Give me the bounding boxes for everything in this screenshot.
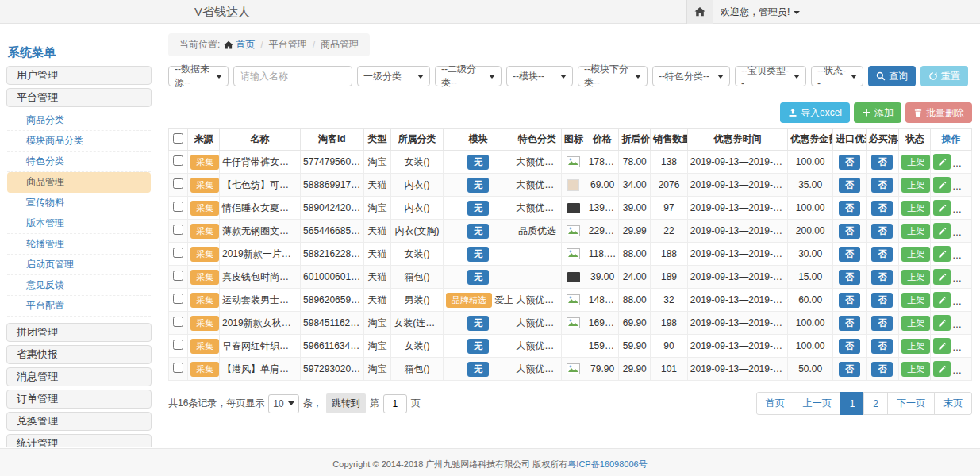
pager-button-下一页[interactable]: 下一页 xyxy=(887,392,935,415)
breadcrumb-home-link[interactable]: 首页 xyxy=(224,38,255,52)
filter-select[interactable]: --状态-- xyxy=(811,66,863,86)
module-badge[interactable]: 无 xyxy=(467,270,489,285)
import-select-toggle[interactable]: 否 xyxy=(839,362,860,377)
filter-select[interactable]: --二级分类-- xyxy=(435,66,502,86)
sidebar-item-轮播管理[interactable]: 轮播管理 xyxy=(7,234,151,255)
pager-button-1[interactable]: 1 xyxy=(840,392,865,415)
sidebar-item-订单管理[interactable]: 订单管理 xyxy=(6,390,152,409)
must-buy-toggle[interactable]: 否 xyxy=(871,362,893,377)
must-buy-toggle[interactable]: 否 xyxy=(871,339,893,354)
user-menu[interactable]: 欢迎您，管理员! xyxy=(721,0,800,24)
filter-select[interactable]: --特色分类-- xyxy=(652,66,730,86)
row-checkbox[interactable] xyxy=(173,340,183,350)
edit-button[interactable] xyxy=(933,246,951,262)
must-buy-toggle[interactable]: 否 xyxy=(871,293,893,308)
sidebar-item-平台配置[interactable]: 平台配置 xyxy=(7,296,151,317)
status-button[interactable]: 上架 xyxy=(901,201,930,216)
filter-select[interactable]: --模块下分类-- xyxy=(578,66,648,86)
module-badge[interactable]: 无 xyxy=(467,362,489,377)
row-checkbox[interactable] xyxy=(173,178,183,189)
must-buy-toggle[interactable]: 否 xyxy=(871,224,893,239)
row-checkbox[interactable] xyxy=(173,317,183,327)
jump-button[interactable]: 跳转到 xyxy=(326,393,366,413)
row-checkbox[interactable] xyxy=(173,202,183,212)
sidebar-item-消息管理[interactable]: 消息管理 xyxy=(6,367,152,386)
filter-select[interactable]: --模块-- xyxy=(506,66,573,86)
sidebar-item-统计管理[interactable]: 统计管理 xyxy=(6,434,152,447)
row-checkbox[interactable] xyxy=(173,363,183,373)
status-button[interactable]: 上架 xyxy=(901,155,930,170)
module-badge[interactable]: 品牌精选 xyxy=(446,293,492,308)
sidebar-item-启动页管理[interactable]: 启动页管理 xyxy=(7,255,151,275)
status-button[interactable]: 上架 xyxy=(901,247,930,262)
module-badge[interactable]: 无 xyxy=(467,224,489,239)
sidebar-item-拼团管理[interactable]: 拼团管理 xyxy=(6,323,152,342)
must-buy-toggle[interactable]: 否 xyxy=(871,270,893,285)
search-button[interactable]: 查询 xyxy=(868,66,916,86)
row-checkbox[interactable] xyxy=(173,225,183,235)
edit-button[interactable] xyxy=(933,338,951,354)
status-button[interactable]: 上架 xyxy=(901,339,930,354)
sidebar-item-特色分类[interactable]: 特色分类 xyxy=(7,152,151,172)
filter-select[interactable]: --宝贝类型-- xyxy=(735,66,806,86)
must-buy-toggle[interactable]: 否 xyxy=(871,247,893,262)
edit-button[interactable] xyxy=(933,269,951,285)
sidebar-item-平台管理[interactable]: 平台管理 xyxy=(6,88,152,107)
row-checkbox[interactable] xyxy=(173,248,183,258)
import-select-toggle[interactable]: 否 xyxy=(839,270,860,285)
sidebar-item-省惠快报[interactable]: 省惠快报 xyxy=(6,345,152,364)
filter-select[interactable]: 一级分类 xyxy=(357,66,430,86)
status-button[interactable]: 上架 xyxy=(901,224,930,239)
icp-link[interactable]: 粤ICP备16098006号 xyxy=(567,459,647,469)
per-page-select[interactable]: 10 xyxy=(268,394,298,413)
sidebar-item-商品分类[interactable]: 商品分类 xyxy=(7,110,151,131)
import-select-toggle[interactable]: 否 xyxy=(839,201,860,216)
status-button[interactable]: 上架 xyxy=(901,293,930,308)
status-button[interactable]: 上架 xyxy=(901,178,930,193)
module-badge[interactable]: 无 xyxy=(467,247,489,262)
reset-button[interactable]: 重置 xyxy=(920,66,968,86)
edit-button[interactable] xyxy=(933,315,951,331)
status-button[interactable]: 上架 xyxy=(901,270,930,285)
home-button[interactable] xyxy=(686,0,713,24)
import-select-toggle[interactable]: 否 xyxy=(839,178,860,193)
module-badge[interactable]: 无 xyxy=(467,155,489,170)
edit-button[interactable] xyxy=(933,177,951,193)
row-checkbox[interactable] xyxy=(173,271,183,281)
must-buy-toggle[interactable]: 否 xyxy=(871,201,893,216)
module-badge[interactable]: 无 xyxy=(467,201,489,216)
module-badge[interactable]: 无 xyxy=(467,339,489,354)
pager-button-首页[interactable]: 首页 xyxy=(756,392,794,415)
filter-select[interactable]: --数据来源-- xyxy=(168,66,229,86)
must-buy-toggle[interactable]: 否 xyxy=(871,316,893,331)
status-button[interactable]: 上架 xyxy=(901,362,930,377)
sidebar-item-模块商品分类[interactable]: 模块商品分类 xyxy=(7,131,151,152)
edit-button[interactable] xyxy=(933,223,951,239)
import-select-toggle[interactable]: 否 xyxy=(839,155,860,170)
sidebar-item-兑换管理[interactable]: 兑换管理 xyxy=(6,412,152,431)
edit-button[interactable] xyxy=(933,292,951,308)
row-checkbox[interactable] xyxy=(173,294,183,304)
sidebar-item-商品管理[interactable]: 商品管理 xyxy=(7,172,151,193)
edit-button[interactable] xyxy=(933,154,951,170)
batch-delete-button[interactable]: 批量删除 xyxy=(905,102,972,123)
sidebar-item-版本管理[interactable]: 版本管理 xyxy=(7,213,151,234)
module-badge[interactable]: 无 xyxy=(467,316,489,331)
import-select-toggle[interactable]: 否 xyxy=(839,293,860,308)
edit-button[interactable] xyxy=(933,361,951,377)
must-buy-toggle[interactable]: 否 xyxy=(871,155,893,170)
pager-button-末页[interactable]: 末页 xyxy=(934,392,972,415)
page-number-input[interactable] xyxy=(383,394,407,413)
name-search-input[interactable] xyxy=(233,66,352,86)
import-select-toggle[interactable]: 否 xyxy=(839,247,860,262)
import-select-toggle[interactable]: 否 xyxy=(839,339,860,354)
select-all-checkbox[interactable] xyxy=(173,133,183,144)
status-button[interactable]: 上架 xyxy=(901,316,930,331)
module-badge[interactable]: 无 xyxy=(467,178,489,193)
edit-button[interactable] xyxy=(933,200,951,216)
pager-button-上一页[interactable]: 上一页 xyxy=(794,392,841,415)
pager-button-2[interactable]: 2 xyxy=(863,392,888,415)
sidebar-item-宣传物料[interactable]: 宣传物料 xyxy=(7,193,151,213)
import-excel-button[interactable]: 导入excel xyxy=(780,102,850,123)
add-button[interactable]: 添加 xyxy=(854,102,901,123)
